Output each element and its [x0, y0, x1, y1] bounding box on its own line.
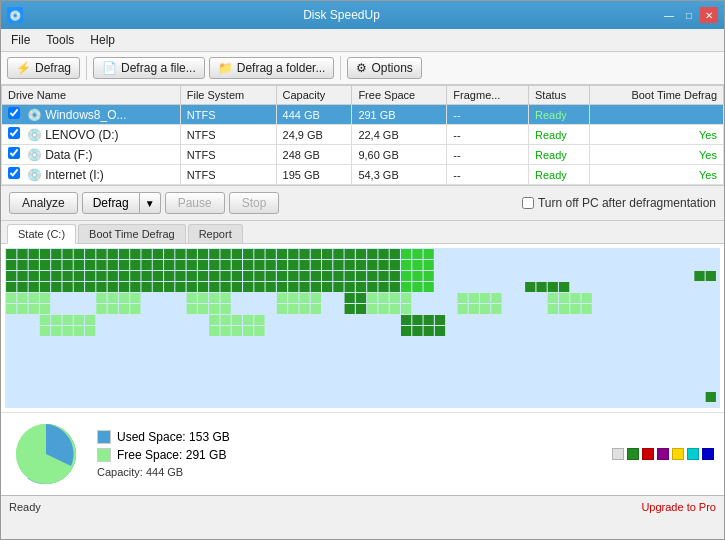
capacity-cell: 248 GB: [276, 145, 352, 165]
capacity-cell: 24,9 GB: [276, 125, 352, 145]
menu-file[interactable]: File: [5, 31, 36, 49]
drive-name: LENOVO (D:): [45, 128, 118, 142]
stop-button[interactable]: Stop: [229, 192, 280, 214]
drive-name-cell: 💿 Internet (I:): [2, 165, 181, 185]
turnoff-checkbox[interactable]: [522, 197, 534, 209]
status-bar: Ready Upgrade to Pro: [1, 495, 724, 517]
toolbar-separator-2: [340, 56, 341, 80]
defrag-file-icon: 📄: [102, 61, 117, 75]
boot-time-cell: [589, 105, 723, 125]
turnoff-label-text: Turn off PC after defragmentation: [538, 196, 716, 210]
app-icon: 💿: [7, 7, 23, 23]
toolbar: ⚡ Defrag 📄 Defrag a file... 📁 Defrag a f…: [1, 52, 724, 85]
drive-icon: 💿: [27, 128, 42, 142]
color-blocks: [612, 448, 714, 460]
free-space-cell: 54,3 GB: [352, 165, 447, 185]
drive-table-wrapper: Drive Name File System Capacity Free Spa…: [1, 85, 724, 185]
table-row[interactable]: 💿 Windows8_O... NTFS 444 GB 291 GB -- Re…: [2, 105, 724, 125]
frag-cell: --: [447, 125, 529, 145]
title-bar: 💿 Disk SpeedUp — □ ✕: [1, 1, 724, 29]
disk-map-canvas: [5, 248, 720, 408]
drive-name: Internet (I:): [45, 168, 104, 182]
legend-color-block: [612, 448, 624, 460]
capacity-label: Capacity: 444 GB: [97, 466, 230, 478]
col-free-space: Free Space: [352, 86, 447, 105]
legend: Used Space: 153 GB Free Space: 291 GB: [97, 430, 230, 462]
options-button[interactable]: ⚙ Options: [347, 57, 421, 79]
col-capacity: Capacity: [276, 86, 352, 105]
table-row[interactable]: 💿 Internet (I:) NTFS 195 GB 54,3 GB -- R…: [2, 165, 724, 185]
free-space-cell: 9,60 GB: [352, 145, 447, 165]
drive-name-cell: 💿 LENOVO (D:): [2, 125, 181, 145]
defrag-icon: ⚡: [16, 61, 31, 75]
free-space-cell: 22,4 GB: [352, 125, 447, 145]
legend-color-block: [657, 448, 669, 460]
menu-bar: File Tools Help: [1, 29, 724, 52]
action-buttons: Analyze Defrag ▼ Pause Stop: [9, 192, 279, 214]
col-status: Status: [529, 86, 590, 105]
filesystem-cell: NTFS: [180, 145, 276, 165]
filesystem-cell: NTFS: [180, 165, 276, 185]
tab-report[interactable]: Report: [188, 224, 243, 243]
boot-time-cell: Yes: [589, 145, 723, 165]
used-space-label: Used Space: 153 GB: [117, 430, 230, 444]
drive-checkbox[interactable]: [8, 167, 20, 179]
status-text: Ready: [9, 501, 41, 513]
legend-color-block: [702, 448, 714, 460]
disk-map: [5, 248, 720, 408]
frag-cell: --: [447, 105, 529, 125]
analyze-button[interactable]: Analyze: [9, 192, 78, 214]
legend-free: Free Space: 291 GB: [97, 448, 230, 462]
frag-cell: --: [447, 165, 529, 185]
defrag-button[interactable]: ⚡ Defrag: [7, 57, 80, 79]
tab-boot-time[interactable]: Boot Time Defrag: [78, 224, 186, 243]
col-boot-time: Boot Time Defrag: [589, 86, 723, 105]
maximize-button[interactable]: □: [680, 7, 698, 23]
table-row[interactable]: 💿 Data (F:) NTFS 248 GB 9,60 GB -- Ready…: [2, 145, 724, 165]
legend-used: Used Space: 153 GB: [97, 430, 230, 444]
legend-color-block: [627, 448, 639, 460]
minimize-button[interactable]: —: [660, 7, 678, 23]
defrag-split: Defrag ▼: [82, 192, 161, 214]
col-drive-name: Drive Name: [2, 86, 181, 105]
status-cell: Ready: [529, 125, 590, 145]
boot-time-cell: Yes: [589, 125, 723, 145]
free-space-color: [97, 448, 111, 462]
turnoff-checkbox-label[interactable]: Turn off PC after defragmentation: [522, 196, 716, 210]
upgrade-link[interactable]: Upgrade to Pro: [641, 501, 716, 513]
bottom-section: Used Space: 153 GB Free Space: 291 GB Ca…: [1, 412, 724, 495]
drive-checkbox[interactable]: [8, 127, 20, 139]
drive-name: Windows8_O...: [45, 108, 126, 122]
tab-state[interactable]: State (C:): [7, 224, 76, 244]
menu-help[interactable]: Help: [84, 31, 121, 49]
free-space-cell: 291 GB: [352, 105, 447, 125]
defrag-dropdown-button[interactable]: ▼: [140, 192, 161, 214]
window-controls: — □ ✕: [660, 7, 718, 23]
defrag-main-button[interactable]: Defrag: [82, 192, 140, 214]
pie-chart: [11, 419, 81, 489]
defrag-file-button[interactable]: 📄 Defrag a file...: [93, 57, 205, 79]
drive-table: Drive Name File System Capacity Free Spa…: [1, 85, 724, 185]
legend-color-block: [687, 448, 699, 460]
status-cell: Ready: [529, 105, 590, 125]
pause-button[interactable]: Pause: [165, 192, 225, 214]
capacity-cell: 195 GB: [276, 165, 352, 185]
close-button[interactable]: ✕: [700, 7, 718, 23]
action-bar: Analyze Defrag ▼ Pause Stop Turn off PC …: [1, 185, 724, 221]
menu-tools[interactable]: Tools: [40, 31, 80, 49]
used-space-color: [97, 430, 111, 444]
drive-name-cell: 💿 Data (F:): [2, 145, 181, 165]
legend-area: Used Space: 153 GB Free Space: 291 GB Ca…: [97, 430, 230, 478]
window-title: Disk SpeedUp: [23, 8, 660, 22]
drive-icon: 💿: [27, 108, 42, 122]
frag-cell: --: [447, 145, 529, 165]
table-row[interactable]: 💿 LENOVO (D:) NTFS 24,9 GB 22,4 GB -- Re…: [2, 125, 724, 145]
col-frag: Fragme...: [447, 86, 529, 105]
tab-bar: State (C:) Boot Time Defrag Report: [1, 221, 724, 244]
defrag-folder-button[interactable]: 📁 Defrag a folder...: [209, 57, 335, 79]
drive-icon: 💿: [27, 168, 42, 182]
legend-color-block: [672, 448, 684, 460]
drive-checkbox[interactable]: [8, 107, 20, 119]
status-cell: Ready: [529, 145, 590, 165]
drive-checkbox[interactable]: [8, 147, 20, 159]
